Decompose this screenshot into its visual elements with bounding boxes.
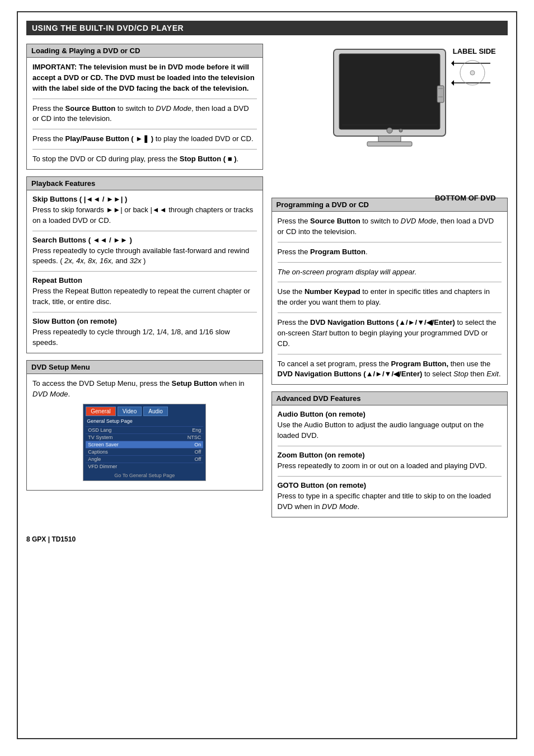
page-container: USING THE BUILT-IN DVD/CD PLAYER Loading… [17, 11, 517, 739]
setup-row-6: VFD Dimmer [86, 463, 203, 470]
bottom-dvd-text: BOTTOM OF DVD [435, 193, 496, 203]
loading-p2: Press the Source Button to switch to DVD… [32, 104, 257, 125]
advanced-content: Audio Button (on remote) Use the Audio B… [272, 405, 508, 516]
setup-tab-audio: Audio [143, 407, 168, 416]
advanced-section: Advanced DVD Features Audio Button (on r… [271, 391, 508, 517]
left-column: Loading & Playing a DVD or CD IMPORTANT:… [26, 44, 263, 524]
svg-marker-14 [451, 60, 454, 66]
search-buttons-title: Search Buttons ( ◄◄ / ►► ) [32, 236, 257, 244]
two-column-layout: Loading & Playing a DVD or CD IMPORTANT:… [26, 44, 508, 524]
skip-buttons-title: Skip Buttons ( |◄◄ / ►►| ) [32, 195, 257, 203]
setup-row-3: Screen SaverOn [86, 441, 203, 448]
setup-menu-tabs: General Video Audio [86, 407, 203, 416]
loading-title: Loading & Playing a DVD or CD [27, 44, 263, 58]
loading-content: IMPORTANT: The television must be in DVD… [27, 58, 263, 169]
page-footer: 8 GPX | TD1510 [26, 535, 508, 543]
prog-p3: The on-screen program display will appea… [278, 267, 502, 278]
goto-button-content: Press to type in a specific chapter and … [278, 491, 502, 512]
zoom-button-content: Press repeatedly to zoom in or out on a … [278, 461, 502, 472]
dvd-diagram-area: LABEL SIDE BOTTOM OF DVD [271, 44, 508, 189]
dvd-setup-title: DVD Setup Menu [27, 361, 263, 374]
svg-point-8 [399, 129, 402, 132]
advanced-title: Advanced DVD Features [272, 392, 508, 405]
loading-p4: To stop the DVD or CD during play, press… [32, 154, 257, 165]
setup-menu-subtitle: General Setup Page [86, 418, 203, 424]
svg-point-13 [470, 71, 475, 75]
main-title: USING THE BUILT-IN DVD/CD PLAYER [26, 21, 508, 35]
programming-section: Programming a DVD or CD Press the Source… [271, 198, 508, 385]
prog-p5: Press the DVD Navigation Buttons (▲/►/▼/… [278, 318, 502, 349]
setup-tab-general: General [86, 407, 116, 416]
goto-button-title: GOTO Button (on remote) [278, 481, 502, 489]
setup-menu-screenshot: General Video Audio General Setup Page O… [83, 404, 206, 481]
right-column: LABEL SIDE BOTTOM OF DVD [271, 44, 508, 524]
loading-section: Loading & Playing a DVD or CD IMPORTANT:… [26, 44, 263, 170]
setup-tab-video: Video [118, 407, 142, 416]
prog-p4: Use the Number Keypad to enter in specif… [278, 287, 502, 308]
label-arrows-svg [451, 44, 502, 111]
programming-content: Press the Source Button to switch to DVD… [272, 212, 508, 384]
skip-buttons-content: Press to skip forwards ►►| or back |◄◄ t… [32, 205, 257, 226]
search-buttons-content: Press repeatedly to cycle through availa… [32, 246, 257, 267]
prog-p2: Press the Program Button. [278, 247, 502, 258]
playback-title: Playback Features [27, 177, 263, 190]
svg-marker-15 [451, 80, 454, 86]
repeat-button-title: Repeat Button [32, 276, 257, 284]
tv-svg [328, 44, 451, 156]
svg-rect-3 [367, 142, 412, 146]
svg-rect-2 [378, 136, 401, 142]
svg-rect-1 [339, 54, 440, 129]
setup-menu-footer: Go To General Setup Page [86, 473, 203, 478]
loading-p3: Press the Play/Pause Button ( ►❚ ) to pl… [32, 134, 257, 144]
prog-p1: Press the Source Button to switch to DVD… [278, 216, 502, 237]
playback-section: Playback Features Skip Buttons ( |◄◄ / ►… [26, 176, 263, 353]
playback-content: Skip Buttons ( |◄◄ / ►►| ) Press to skip… [27, 190, 263, 353]
dvd-setup-section: DVD Setup Menu To access the DVD Setup M… [26, 360, 263, 491]
tv-diagram: LABEL SIDE BOTTOM OF DVD [328, 44, 451, 189]
audio-button-content: Use the Audio Button to adjust the audio… [278, 420, 502, 441]
repeat-button-content: Press the Repeat Button repeatedly to re… [32, 286, 257, 307]
slow-button-title: Slow Button (on remote) [32, 317, 257, 325]
dvd-setup-text: To access the DVD Setup Menu, press the … [32, 379, 257, 400]
setup-row-5: AngleOff [86, 455, 203, 463]
loading-p1: IMPORTANT: The television must be in DVD… [32, 62, 257, 94]
setup-row-2: TV SystemNTSC [86, 433, 203, 441]
setup-row-4: CaptionsOff [86, 448, 203, 455]
svg-point-7 [387, 128, 392, 133]
audio-button-title: Audio Button (on remote) [278, 410, 502, 418]
slow-button-content: Press repeatedly to cycle through 1/2, 1… [32, 327, 257, 348]
prog-p6: To cancel a set program, press the Progr… [278, 359, 502, 380]
setup-row-1: OSD LangEng [86, 426, 203, 433]
dvd-setup-content: To access the DVD Setup Menu, press the … [27, 374, 263, 491]
zoom-button-title: Zoom Button (on remote) [278, 451, 502, 459]
